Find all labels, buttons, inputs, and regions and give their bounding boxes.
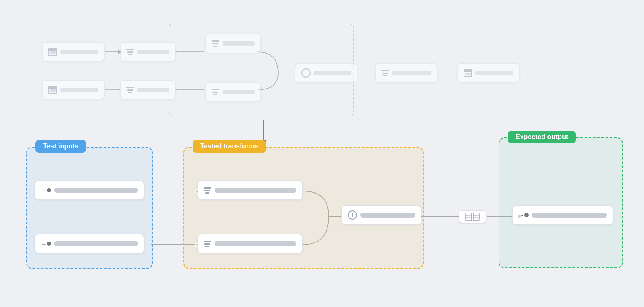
input-arrow-icon-1: → bbox=[41, 187, 51, 194]
top-transform-label-3 bbox=[223, 41, 255, 46]
top-transform-label-5 bbox=[392, 71, 431, 75]
top-transform-node-4[interactable] bbox=[205, 82, 261, 102]
transform-icon-4 bbox=[212, 89, 219, 95]
top-table-label-1 bbox=[60, 50, 98, 54]
expected-output-label: Expected output bbox=[508, 131, 576, 143]
svg-rect-11 bbox=[466, 213, 472, 221]
connector-dot-1 bbox=[195, 189, 199, 194]
table-icon-3 bbox=[464, 69, 472, 77]
transform-icon-2 bbox=[126, 87, 134, 93]
top-merge-label bbox=[314, 71, 351, 75]
transform-b-label bbox=[215, 241, 296, 246]
connector-dot-2 bbox=[195, 243, 199, 247]
input-node-1[interactable]: → bbox=[35, 180, 144, 200]
compare-svg-icon bbox=[465, 212, 480, 221]
top-table-node-3[interactable] bbox=[457, 63, 520, 83]
transform-b-icon bbox=[204, 241, 211, 247]
input-node-2[interactable]: → bbox=[35, 234, 144, 253]
transform-icon-5 bbox=[381, 70, 389, 76]
top-transform-label-2 bbox=[137, 88, 169, 92]
top-table-label-2 bbox=[60, 88, 98, 92]
top-transform-node-3[interactable] bbox=[205, 34, 261, 53]
tested-transforms-label: Tested transforms bbox=[193, 140, 266, 153]
svg-rect-14 bbox=[473, 213, 479, 221]
top-transform-node-5[interactable] bbox=[375, 63, 437, 83]
output-label bbox=[532, 213, 607, 218]
input-label-1 bbox=[54, 188, 138, 193]
compare-icon-node[interactable] bbox=[459, 210, 486, 223]
top-transform-node-2[interactable] bbox=[120, 80, 176, 100]
top-transform-label-1 bbox=[137, 50, 169, 54]
table-icon-1 bbox=[48, 48, 57, 56]
expected-output-box: Expected output bbox=[499, 137, 623, 268]
top-transform-label-4 bbox=[223, 90, 255, 94]
transform-icon-3 bbox=[212, 40, 219, 47]
transform-node-b[interactable] bbox=[197, 234, 303, 253]
table-icon-2 bbox=[48, 86, 57, 94]
connector-dot-3 bbox=[517, 214, 521, 218]
transform-icon-1 bbox=[126, 49, 134, 55]
merge-label-bottom bbox=[360, 213, 415, 218]
top-table-node-1[interactable] bbox=[42, 42, 105, 62]
transform-a-icon bbox=[204, 187, 211, 194]
input-arrow-icon-2: → bbox=[41, 241, 51, 247]
input-label-2 bbox=[54, 241, 138, 246]
top-table-node-2[interactable] bbox=[42, 80, 105, 100]
top-transform-node-1[interactable] bbox=[120, 42, 176, 62]
merge-icon-bottom bbox=[348, 210, 357, 220]
top-table-label-3 bbox=[475, 71, 513, 75]
top-merge-node[interactable] bbox=[295, 63, 357, 83]
transform-node-a[interactable] bbox=[197, 180, 303, 200]
transform-a-label bbox=[215, 188, 296, 193]
test-inputs-label: Test inputs bbox=[35, 140, 86, 153]
merge-icon-top bbox=[301, 68, 311, 78]
merge-node-bottom[interactable] bbox=[341, 205, 421, 225]
output-node[interactable]: → bbox=[512, 205, 613, 225]
